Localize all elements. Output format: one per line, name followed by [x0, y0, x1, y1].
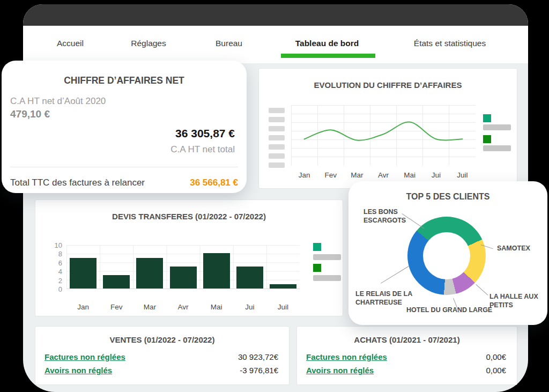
x-tick-label: Jan: [299, 171, 310, 179]
x-tick-label: Mai: [404, 171, 416, 179]
ventes-title: VENTES (01/2022 - 07/2022): [35, 335, 289, 344]
tab-etats-et-statistiques[interactable]: États et statistiques: [414, 39, 486, 48]
y-tick-label: 4: [58, 268, 62, 276]
tab-accueil[interactable]: Accueil: [57, 39, 84, 48]
legend-swatch-teal: [483, 114, 491, 122]
bar-chart-plot: [66, 245, 300, 289]
x-tick-label: Mar: [351, 171, 363, 179]
slice-label-samotex: SAMOTEX: [497, 245, 530, 253]
ventes-avoirs-value: -3 976,81€: [240, 366, 278, 375]
bar-juil: [270, 284, 296, 289]
ventes-card: VENTES (01/2022 - 07/2022) Factures non …: [35, 326, 290, 385]
tab-bar: Accueil Réglages Bureau Tableau de bord …: [23, 26, 528, 63]
relance-value: 36 566,81 €: [190, 177, 238, 188]
ventes-factures-value: 30 923,72€: [238, 352, 278, 361]
legend-label-placeholder: [313, 275, 341, 281]
y-axis-labels: 1086420: [35, 245, 62, 289]
achats-avoirs-link[interactable]: Avoirs non réglés: [306, 366, 374, 375]
x-tick-label: Jui: [245, 303, 254, 311]
top5-title: TOP 5 DES CLIENTS: [348, 192, 547, 202]
top5-clients-card: TOP 5 DES CLIENTS LES BONS ESCARGOTS SAM…: [348, 181, 547, 325]
axis-label-placeholder: [269, 153, 285, 159]
revenue-total-label: C.A HT net total: [170, 144, 235, 155]
legend-label-placeholder: [483, 145, 511, 151]
axis-label-placeholder: [269, 117, 285, 122]
slice-label-la-halle-aux-petits: LA HALLE AUX PETITS: [489, 293, 543, 309]
tab-bureau[interactable]: Bureau: [216, 39, 242, 48]
bar-mai: [203, 253, 230, 289]
achats-factures-value: 0,00€: [486, 352, 506, 361]
y-tick-label: 8: [58, 250, 62, 258]
window-top-bar: [23, 4, 528, 26]
axis-label-placeholder: [269, 162, 285, 168]
x-axis-labels: JanFevMarAvrMaiJuiJuil: [66, 303, 300, 312]
revenue-card-title: CHIFFRE D’AFFAIRES NET: [2, 75, 247, 86]
evolution-chart-card: EVOLUTION DU CHIFFRE D’AFFAIRES JanFevMa…: [258, 68, 517, 189]
leader-line: [381, 266, 409, 284]
dashboard-screenshot: Accueil Réglages Bureau Tableau de bord …: [0, 0, 549, 392]
x-tick-label: Avr: [378, 171, 389, 179]
x-tick-label: Jui: [432, 171, 441, 179]
ventes-factures-link[interactable]: Factures non réglées: [44, 352, 125, 361]
x-axis-labels: JanFevMarAvrMaiJuiJuil: [291, 171, 476, 180]
x-tick-label: Juil: [278, 303, 288, 311]
legend-swatch-green: [483, 135, 491, 143]
legend-swatch-green: [313, 264, 321, 272]
x-tick-label: Jan: [77, 303, 89, 311]
axis-label-placeholder: [269, 108, 285, 113]
bar-jui: [236, 267, 263, 289]
donut-hole: [423, 232, 470, 279]
relance-label: Total TTC des factures à relancer: [10, 177, 145, 188]
axis-label-placeholder: [269, 135, 285, 140]
x-tick-label: Mar: [144, 303, 156, 311]
tab-tableau-de-bord[interactable]: Tableau de bord: [295, 39, 359, 48]
y-tick-label: 10: [55, 241, 62, 249]
bar-avr: [170, 267, 197, 289]
donut-chart: [407, 217, 486, 295]
axis-label-placeholder: [269, 144, 285, 150]
divider: [10, 167, 238, 167]
x-tick-label: Mai: [211, 303, 222, 311]
achats-title: ACHATS (01/2021 - 07/2021): [297, 335, 517, 344]
revenue-month-label: C.A HT net d’Août 2020: [10, 96, 106, 107]
x-tick-label: Fev: [324, 171, 337, 179]
bar-jan: [70, 258, 97, 289]
bar-fev: [103, 275, 130, 289]
line-chart-plot: [291, 105, 476, 166]
x-tick-label: Juil: [457, 171, 468, 179]
tab-reglages[interactable]: Réglages: [131, 39, 166, 48]
legend-label-placeholder: [313, 254, 341, 260]
x-tick-label: Avr: [177, 303, 188, 311]
revenue-month-value: 479,10 €: [10, 108, 50, 120]
revenue-card: CHIFFRE D’AFFAIRES NET C.A HT net d’Août…: [2, 61, 247, 193]
ventes-avoirs-link[interactable]: Avoirs non réglés: [44, 366, 112, 375]
revenue-total-value: 36 305,87 €: [175, 127, 235, 140]
legend-label-placeholder: [483, 124, 511, 130]
y-tick-label: 2: [58, 276, 62, 284]
bar-mar: [136, 258, 163, 289]
y-tick-label: 6: [58, 258, 62, 267]
legend-swatch-teal: [313, 243, 321, 251]
achats-factures-link[interactable]: Factures non réglées: [306, 352, 387, 361]
y-tick-label: 0: [58, 285, 62, 293]
devis-chart-title: DEVIS TRANSFERES (01/2022 - 07/2022): [35, 212, 343, 221]
slice-label-hotel-du-grand-large: HOTEL DU GRAND LARGE: [406, 306, 492, 315]
achats-card: ACHATS (01/2021 - 07/2021) Factures non …: [296, 326, 517, 385]
achats-avoirs-value: 0,00€: [486, 366, 506, 375]
leader-line: [476, 284, 488, 295]
x-tick-label: Fev: [110, 303, 123, 311]
active-tab-underline: [281, 54, 375, 58]
slice-label-le-relais-de-la-chartreuse: LE RELAIS DE LA CHARTREUSE: [355, 290, 416, 307]
evolution-chart-title: EVOLUTION DU CHIFFRE D’AFFAIRES: [259, 80, 517, 90]
devis-chart-card: DEVIS TRANSFERES (01/2022 - 07/2022) 108…: [35, 199, 343, 316]
axis-label-placeholder: [269, 126, 285, 131]
